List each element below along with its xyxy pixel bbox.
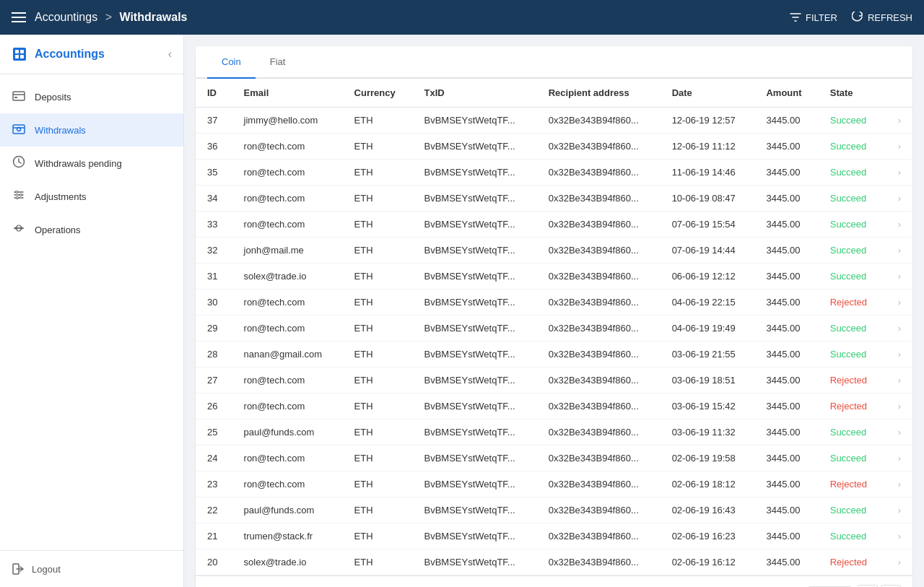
row-arrow-button[interactable]: › (884, 316, 912, 342)
row-arrow-button[interactable]: › (884, 445, 912, 471)
cell-currency: ETH (343, 238, 413, 264)
cell-email: paul@funds.com (232, 419, 343, 445)
cell-txid: BvBMSEYstWetqTF... (413, 549, 537, 575)
table-row[interactable]: 36 ron@tech.com ETH BvBMSEYstWetqTF... 0… (196, 134, 912, 160)
cell-amount: 3445.00 (754, 393, 818, 419)
cell-state: Succeed (819, 523, 884, 549)
cell-amount: 3445.00 (754, 290, 818, 316)
row-arrow-button[interactable]: › (884, 393, 912, 419)
cell-recipient: 0x32Be343B94f860... (537, 290, 661, 316)
table-row[interactable]: 34 ron@tech.com ETH BvBMSEYstWetqTF... 0… (196, 186, 912, 212)
hamburger-menu[interactable] (12, 12, 26, 22)
cell-recipient: 0x32Be343B94f860... (537, 549, 661, 575)
row-arrow-button[interactable]: › (884, 368, 912, 393)
refresh-button[interactable]: REFRESH (852, 12, 912, 23)
table-row[interactable]: 23 ron@tech.com ETH BvBMSEYstWetqTF... 0… (196, 471, 912, 497)
cell-id: 21 (196, 523, 232, 549)
cell-amount: 3445.00 (754, 523, 818, 549)
table-row[interactable]: 26 ron@tech.com ETH BvBMSEYstWetqTF... 0… (196, 393, 912, 419)
cell-amount: 3445.00 (754, 238, 818, 264)
cell-id: 34 (196, 186, 232, 212)
cell-state: Rejected (819, 368, 884, 393)
row-arrow-button[interactable]: › (884, 342, 912, 368)
operations-icon (12, 222, 26, 238)
svg-rect-3 (15, 55, 19, 58)
cell-state: Succeed (819, 316, 884, 342)
table-row[interactable]: 30 ron@tech.com ETH BvBMSEYstWetqTF... 0… (196, 290, 912, 316)
cell-id: 30 (196, 290, 232, 316)
cell-currency: ETH (343, 471, 413, 497)
table-row[interactable]: 31 solex@trade.io ETH BvBMSEYstWetqTF...… (196, 264, 912, 290)
cell-email: solex@trade.io (232, 264, 343, 290)
cell-id: 32 (196, 238, 232, 264)
cell-state: Succeed (819, 186, 884, 212)
row-arrow-button[interactable]: › (884, 238, 912, 264)
sidebar-footer: Logout (0, 550, 183, 587)
cell-recipient: 0x32Be343B94f860... (537, 160, 661, 186)
cell-email: solex@trade.io (232, 549, 343, 575)
table-row[interactable]: 32 jonh@mail.me ETH BvBMSEYstWetqTF... 0… (196, 238, 912, 264)
row-arrow-button[interactable]: › (884, 419, 912, 445)
main-content: Coin Fiat ID Email Currency TxID Recip (184, 35, 924, 587)
sidebar-item-deposits[interactable]: Deposits (0, 80, 183, 113)
tab-coin[interactable]: Coin (207, 46, 256, 79)
sidebar-item-withdrawals-pending[interactable]: Withdrawals pending (0, 147, 183, 180)
header-actions: FILTER REFRESH (790, 12, 912, 23)
cell-date: 02-06-19 18:12 (661, 471, 755, 497)
table-row[interactable]: 35 ron@tech.com ETH BvBMSEYstWetqTF... 0… (196, 160, 912, 186)
row-arrow-button[interactable]: › (884, 108, 912, 134)
cell-date: 04-06-19 19:49 (661, 316, 755, 342)
cell-id: 31 (196, 264, 232, 290)
cell-txid: BvBMSEYstWetqTF... (413, 419, 537, 445)
cell-id: 22 (196, 497, 232, 523)
accounting-icon (12, 46, 27, 62)
table-row[interactable]: 24 ron@tech.com ETH BvBMSEYstWetqTF... 0… (196, 445, 912, 471)
cell-state: Rejected (819, 393, 884, 419)
row-arrow-button[interactable]: › (884, 264, 912, 290)
row-arrow-button[interactable]: › (884, 290, 912, 316)
cell-recipient: 0x32Be343B94f860... (537, 342, 661, 368)
table-row[interactable]: 21 trumen@stack.fr ETH BvBMSEYstWetqTF..… (196, 523, 912, 549)
table-row[interactable]: 33 ron@tech.com ETH BvBMSEYstWetqTF... 0… (196, 212, 912, 238)
table-row[interactable]: 25 paul@funds.com ETH BvBMSEYstWetqTF...… (196, 419, 912, 445)
sidebar-title: Accountings (12, 46, 105, 62)
logout-button[interactable]: Logout (12, 562, 172, 575)
cell-email: jonh@mail.me (232, 238, 343, 264)
cell-date: 03-06-19 18:51 (661, 368, 755, 393)
sidebar-item-operations[interactable]: Operations (0, 213, 183, 246)
table-row[interactable]: 29 ron@tech.com ETH BvBMSEYstWetqTF... 0… (196, 316, 912, 342)
row-arrow-button[interactable]: › (884, 186, 912, 212)
top-header: Accountings > Withdrawals FILTER REFRESH (0, 0, 924, 35)
table-row[interactable]: 20 solex@trade.io ETH BvBMSEYstWetqTF...… (196, 549, 912, 575)
table-row[interactable]: 28 nanan@gmail.com ETH BvBMSEYstWetqTF..… (196, 342, 912, 368)
row-arrow-button[interactable]: › (884, 160, 912, 186)
table-row[interactable]: 22 paul@funds.com ETH BvBMSEYstWetqTF...… (196, 497, 912, 523)
row-arrow-button[interactable]: › (884, 497, 912, 523)
cell-currency: ETH (343, 549, 413, 575)
cell-txid: BvBMSEYstWetqTF... (413, 160, 537, 186)
cell-currency: ETH (343, 264, 413, 290)
row-arrow-button[interactable]: › (884, 471, 912, 497)
sidebar-collapse-button[interactable]: ‹ (168, 48, 172, 61)
cell-currency: ETH (343, 497, 413, 523)
svg-rect-1 (15, 50, 19, 53)
sidebar: Accountings ‹ Deposits (0, 35, 184, 587)
cell-txid: BvBMSEYstWetqTF... (413, 264, 537, 290)
cell-id: 36 (196, 134, 232, 160)
tab-fiat[interactable]: Fiat (256, 46, 300, 79)
col-currency: Currency (343, 79, 413, 108)
table-row[interactable]: 37 jimmy@hello.com ETH BvBMSEYstWetqTF..… (196, 108, 912, 134)
filter-button[interactable]: FILTER (790, 12, 837, 23)
cell-email: ron@tech.com (232, 316, 343, 342)
table-header-row: ID Email Currency TxID Recipient address… (196, 79, 912, 108)
withdrawals-table: ID Email Currency TxID Recipient address… (196, 79, 912, 575)
row-arrow-button[interactable]: › (884, 212, 912, 238)
cell-email: paul@funds.com (232, 497, 343, 523)
row-arrow-button[interactable]: › (884, 523, 912, 549)
sidebar-item-adjustments[interactable]: Adjustments (0, 180, 183, 213)
sidebar-item-withdrawals[interactable]: Withdrawals (0, 113, 183, 147)
table-row[interactable]: 27 ron@tech.com ETH BvBMSEYstWetqTF... 0… (196, 368, 912, 393)
row-arrow-button[interactable]: › (884, 134, 912, 160)
filter-icon (790, 12, 801, 23)
row-arrow-button[interactable]: › (884, 549, 912, 575)
